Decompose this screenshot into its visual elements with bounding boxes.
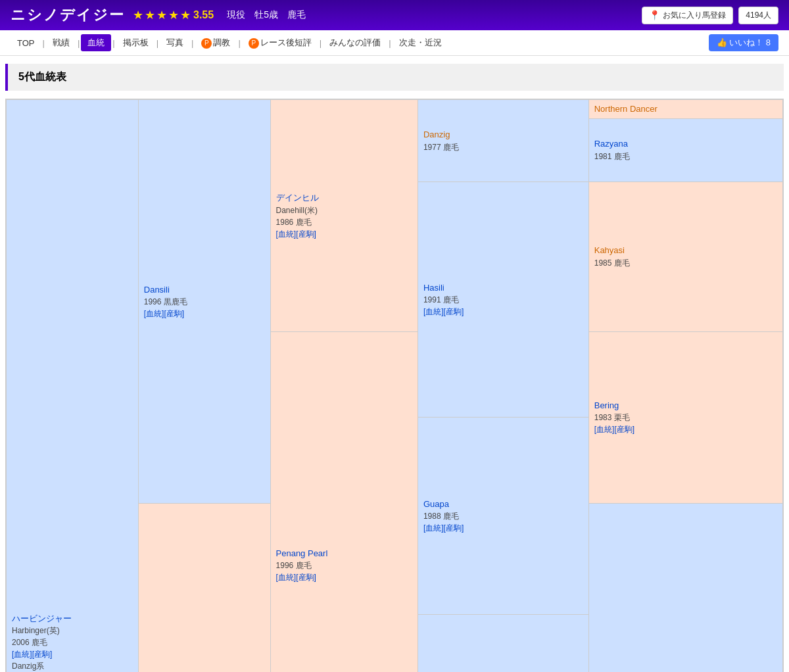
nav-next-race[interactable]: 次走・近況: [393, 34, 448, 51]
gen3-ssd-year: 1991 鹿毛: [423, 294, 583, 306]
nav-top[interactable]: TOP: [11, 36, 41, 51]
gen3-guapa-year: 1988 鹿毛: [423, 510, 583, 522]
gen3-sss-year: 1986 鹿毛: [276, 216, 412, 228]
nav-board[interactable]: 掲示板: [116, 34, 155, 51]
gen3-ssd-name[interactable]: Hasili: [423, 281, 583, 295]
section-title: 5代血統表: [5, 64, 784, 91]
location-icon: 📍: [649, 10, 660, 20]
gen1-sire-year: 2006 鹿毛: [12, 636, 133, 648]
star-5: ★: [180, 8, 191, 22]
gen4-razyana-name[interactable]: Razyana: [594, 137, 777, 151]
gen3-dsd-cell: アグネスフローラ 1987 鹿毛 [血統][産駒]: [418, 615, 588, 673]
gen4-razyana-year: 1981 鹿毛: [594, 151, 777, 162]
gen1-sire-name[interactable]: ハービンジャー: [12, 612, 133, 625]
gen4-kahyasi-name[interactable]: Kahyasi: [594, 244, 777, 257]
gen4-ssss-year: 1977 鹿毛: [423, 141, 583, 153]
gen4-kahyasi-year: 1985 鹿毛: [594, 257, 777, 269]
gen3-bering-year: 1983 栗毛: [594, 412, 777, 423]
gen2-sire-dam-cell: Penang Pearl 1996 鹿毛 [血統][産駒]: [270, 331, 418, 672]
gen3-sss-tags[interactable]: [血統][産駒]: [276, 228, 412, 240]
nav-rating[interactable]: みんなの評価: [323, 34, 387, 51]
gen3-guapa-tags[interactable]: [血統][産駒]: [423, 522, 583, 534]
gen3-sdd-cell: Guapa 1988 鹿毛 [血統][産駒]: [418, 418, 588, 615]
gen3-ssd-cell: Hasili 1991 鹿毛 [血統][産駒]: [418, 181, 588, 418]
gen2-sire-name[interactable]: Dansili: [144, 283, 265, 297]
gen4-ssd-sire-cell: Kahyasi 1985 鹿毛: [588, 181, 782, 331]
gen2-sire-tags[interactable]: [血統][産駒]: [144, 308, 265, 320]
like-button[interactable]: 👍 いいね！ 8: [709, 34, 778, 51]
gen4-sssd-cell: Razyana 1981 鹿毛: [588, 118, 782, 181]
nav-training[interactable]: P調教: [195, 34, 237, 51]
star-1: ★: [133, 8, 143, 22]
star-3: ★: [156, 8, 167, 22]
gen5-sssss-cell: Northern Dancer: [588, 100, 782, 119]
gen4-ssss-cell: Danzig 1977 鹿毛: [418, 100, 588, 182]
star-rating: ★ ★ ★ ★ ★ 3.55: [133, 8, 214, 22]
premium-badge-2: P: [249, 38, 259, 49]
gen1-sire-tags[interactable]: [血統][産駒]: [12, 648, 133, 660]
gen3-bering-name[interactable]: Bering: [594, 399, 777, 412]
gen3-sss-name[interactable]: デインヒル: [276, 191, 412, 204]
gen3-sds-cell: Bering 1983 栗毛 [血統][産駒]: [588, 331, 782, 503]
gen3-sss-name2: Danehill(米): [276, 204, 412, 216]
pedigree-table-container: ハービンジャー Harbinger(英) 2006 鹿毛 [血統][産駒] Da…: [5, 99, 784, 672]
gen4-ssss-name[interactable]: Danzig: [423, 128, 583, 141]
fav-label: お気に入り馬登録: [663, 10, 726, 21]
favorite-count: 4194人: [738, 7, 778, 24]
gen3-ssd-tags[interactable]: [血統][産駒]: [423, 306, 583, 318]
gen2-sire-year: 1996 黒鹿毛: [144, 296, 265, 308]
nav-results[interactable]: 戦績: [46, 34, 76, 51]
gen1-sire-cell: ハービンジャー Harbinger(英) 2006 鹿毛 [血統][産駒] Da…: [7, 100, 139, 673]
horse-name: ニシノデイジー: [11, 5, 125, 25]
star-4: ★: [168, 8, 179, 22]
navigation-bar: TOP | 戦績 | 血統 | 掲示板 | 写真 | P調教 | Pレース後短評…: [0, 30, 789, 56]
gen2-sire-dam-name[interactable]: Penang Pearl: [276, 547, 412, 560]
gen1-sire-note: Danzig系: [12, 660, 133, 672]
gen3-sss-cell: デインヒル Danehill(米) 1986 鹿毛 [血統][産駒]: [270, 100, 418, 332]
nav-photos[interactable]: 写真: [160, 34, 190, 51]
gen3-bering-tags[interactable]: [血統][産駒]: [594, 423, 777, 435]
rating-value: 3.55: [193, 9, 214, 21]
gen2-sire-dam-tags[interactable]: [血統][産駒]: [276, 571, 412, 583]
premium-badge-1: P: [201, 38, 212, 49]
gen1-sire-name-en: Harbinger(英): [12, 625, 133, 636]
gen3-guapa-name[interactable]: Guapa: [423, 498, 583, 511]
header-actions: 📍 お気に入り馬登録 4194人: [642, 7, 778, 24]
gen1-dam-cell: ニシノヒナギク 2008 鹿毛 [血統][産駒] FNo.[2-s]: [138, 503, 270, 672]
nav-bloodline[interactable]: 血統: [81, 34, 111, 51]
nav-race-review[interactable]: Pレース後短評: [242, 34, 318, 51]
pedigree-table: ハービンジャー Harbinger(英) 2006 鹿毛 [血統][産駒] Da…: [6, 99, 783, 672]
gen5-northern-dancer[interactable]: Northern Dancer: [594, 103, 777, 116]
star-2: ★: [145, 8, 155, 22]
gen2-sire-dam-year: 1996 鹿毛: [276, 560, 412, 571]
favorite-button[interactable]: 📍 お気に入り馬登録: [642, 7, 733, 24]
horse-basic-info: 現役 牡5歳 鹿毛: [227, 9, 306, 21]
page-header: ニシノデイジー ★ ★ ★ ★ ★ 3.55 現役 牡5歳 鹿毛 📍 お気に入り…: [0, 0, 789, 30]
gen2-sire-cell: Dansili 1996 黒鹿毛 [血統][産駒]: [138, 100, 270, 504]
gen2-dam-sire-cell: アグネスタキオン 1998 栗毛 [血統][産駒]: [588, 503, 782, 672]
